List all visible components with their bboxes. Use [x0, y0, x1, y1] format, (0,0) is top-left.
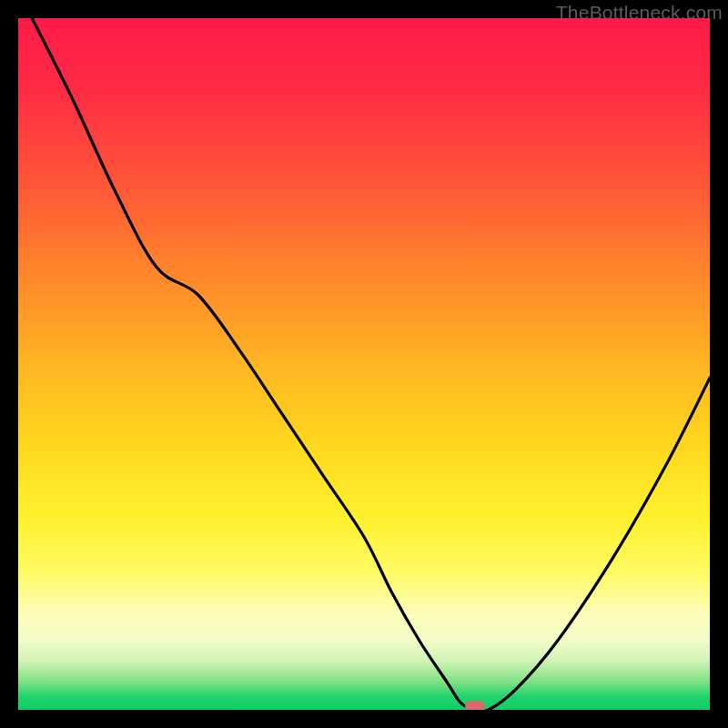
- optimal-marker: [465, 701, 485, 710]
- plot-area: [18, 18, 710, 710]
- bottleneck-curve: [18, 18, 710, 710]
- chart-frame: TheBottleneck.com: [0, 0, 728, 728]
